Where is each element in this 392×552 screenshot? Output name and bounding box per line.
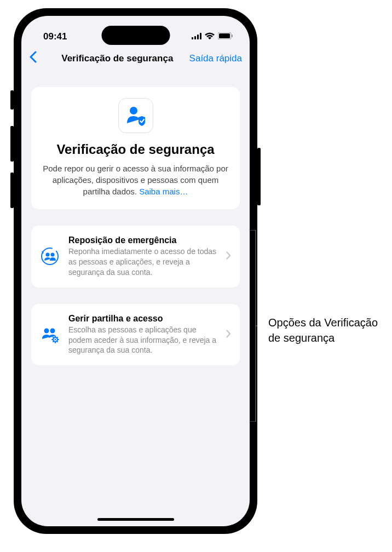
cellular-signal-icon	[192, 31, 201, 42]
header-description: Pode repor ou gerir o acesso à sua infor…	[41, 163, 230, 197]
callout-bracket	[249, 230, 257, 422]
header-card: Verificação de segurança Pode repor ou g…	[31, 87, 240, 209]
svg-point-11	[44, 329, 49, 334]
status-time: 09:41	[38, 31, 67, 42]
option-title: Reposição de emergência	[68, 235, 217, 245]
home-indicator[interactable]	[97, 518, 174, 521]
manage-sharing-option[interactable]: Gerir partilha e acesso Escolha as pesso…	[31, 304, 240, 366]
emergency-reset-option[interactable]: Reposição de emergência Reponha imediata…	[31, 226, 240, 288]
svg-point-8	[42, 248, 58, 264]
svg-point-14	[55, 339, 56, 341]
option-title: Gerir partilha e acesso	[68, 314, 217, 324]
option-description: Escolha as pessoas e aplicações que pode…	[68, 325, 217, 356]
dynamic-island	[101, 26, 170, 45]
nav-title: Verificação de segurança	[45, 53, 189, 64]
svg-rect-2	[197, 34, 199, 39]
battery-icon	[218, 31, 233, 42]
svg-rect-1	[194, 36, 196, 39]
wifi-icon	[205, 31, 215, 42]
svg-rect-3	[200, 33, 201, 39]
callout-label: Opções da Verificação de segurança	[268, 315, 392, 346]
learn-more-link[interactable]: Saiba mais…	[139, 187, 188, 196]
manage-sharing-icon	[40, 325, 60, 344]
header-title: Verificação de segurança	[41, 142, 230, 157]
option-description: Reponha imediatamente o acesso de todas …	[68, 246, 217, 278]
emergency-reset-icon	[40, 246, 60, 266]
svg-point-12	[50, 329, 55, 334]
navigation-bar: Verificação de segurança Saída rápida	[21, 46, 250, 71]
chevron-right-icon	[226, 251, 231, 262]
svg-rect-0	[192, 37, 193, 39]
safety-check-icon	[118, 98, 153, 133]
svg-rect-5	[219, 33, 230, 38]
svg-rect-6	[232, 34, 233, 37]
quick-exit-button[interactable]: Saída rápida	[189, 53, 242, 64]
svg-point-9	[46, 253, 50, 257]
chevron-right-icon	[226, 330, 231, 340]
back-button[interactable]	[29, 51, 45, 66]
svg-point-7	[130, 107, 137, 114]
iphone-screen: 09:41 Verificação de segurança Saída ráp…	[21, 16, 250, 526]
iphone-frame: 09:41 Verificação de segurança Saída ráp…	[14, 8, 257, 534]
svg-point-10	[51, 253, 55, 257]
